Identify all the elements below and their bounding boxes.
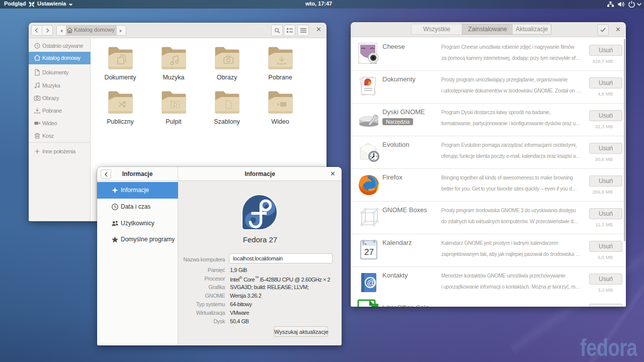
svg-text:@: @ <box>367 278 375 288</box>
svg-text:D: D <box>173 102 177 108</box>
svg-text:27: 27 <box>364 247 374 257</box>
svg-text:Pa: Pa <box>363 242 367 245</box>
